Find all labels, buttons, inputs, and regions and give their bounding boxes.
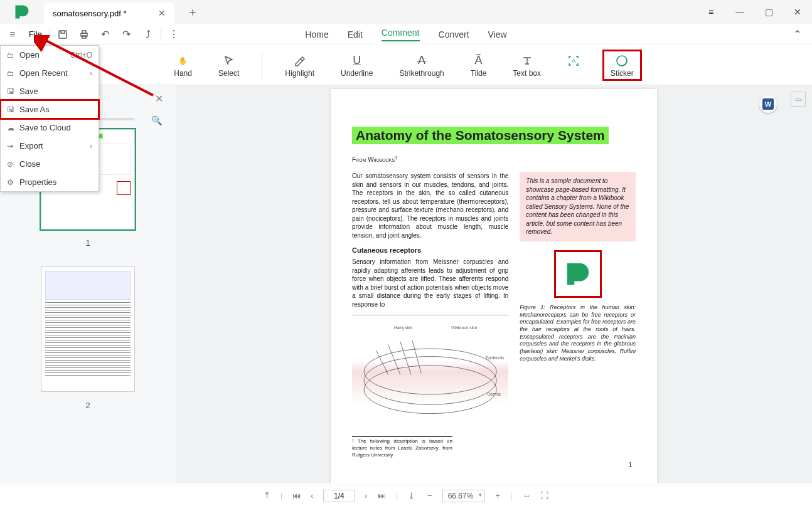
svg-point-7 — [364, 357, 496, 405]
annotation-arrow — [34, 35, 159, 104]
svg-text:Hairy skin: Hairy skin — [394, 326, 413, 331]
document-tab[interactable]: somatosensory.pdf * ✕ — [44, 3, 174, 24]
underline-icon: U — [353, 53, 361, 69]
close-window-button[interactable]: ✕ — [783, 0, 812, 24]
app-logo — [0, 0, 44, 24]
menu-label: Export — [19, 141, 43, 150]
svg-text:Dermis: Dermis — [488, 392, 501, 396]
close-icon: ⊘ — [7, 160, 19, 169]
first-page-icon[interactable]: ⏮ — [292, 491, 301, 500]
pdf-page: Anatomy of the Somatosensory System From… — [331, 89, 657, 483]
strikethrough-icon: A — [418, 53, 425, 69]
svg-text:Glabrous skin: Glabrous skin — [451, 326, 477, 330]
fit-page-icon[interactable]: ⛶ — [540, 491, 548, 500]
cloud-icon: ☁ — [7, 124, 19, 132]
cursor-icon — [223, 53, 235, 69]
skin-diagram: Hairy skinGlabrous skinEpidermisDermis — [352, 315, 508, 428]
thumbnail-label: 2 — [41, 401, 135, 410]
save-icon: 🖫 — [7, 87, 19, 96]
tool-highlight-label: Highlight — [285, 69, 314, 78]
collapse-ribbon-icon[interactable]: ⌃ — [788, 26, 806, 43]
document-tab-title: somatosensory.pdf * — [53, 9, 127, 18]
tool-strikethrough[interactable]: AStrikethrough — [395, 50, 447, 80]
folder-icon: 🗀 — [7, 69, 19, 78]
hand-icon: ✋ — [178, 53, 188, 69]
app-menu-icon[interactable]: ≡ — [697, 0, 725, 24]
textbox-icon — [521, 53, 533, 69]
inserted-sticker[interactable] — [554, 250, 602, 298]
tool-underline-label: Underline — [341, 69, 373, 78]
menu-label: Save to Cloud — [19, 123, 71, 132]
body-paragraph: Sensory information from Meissner corpus… — [352, 258, 508, 308]
menu-label: Close — [19, 159, 40, 169]
document-viewport[interactable]: W ▭ Anatomy of the Somatosensory System … — [176, 85, 812, 483]
page-title: Anatomy of the Somatosensory System — [352, 127, 609, 144]
tool-highlight[interactable]: Highlight — [281, 50, 318, 80]
tool-strikethrough-label: Strikethrough — [399, 69, 444, 78]
menu-properties[interactable]: ⚙Properties — [1, 173, 99, 191]
callout-box: This is a sample document to showcase pa… — [520, 172, 636, 241]
tool-underline[interactable]: UUnderline — [337, 50, 377, 80]
prev-page-icon[interactable]: ‹ — [311, 491, 313, 500]
subheading: Cutaneous receptors — [352, 246, 508, 255]
scan-text-icon: A — [567, 53, 580, 69]
menu-close[interactable]: ⊘Close — [1, 155, 99, 173]
tool-tilde[interactable]: ÃTilde — [467, 50, 491, 80]
thumbnail-label: 1 — [41, 238, 135, 248]
svg-text:Epidermis: Epidermis — [486, 356, 505, 361]
next-page-icon[interactable]: › — [365, 491, 367, 500]
toolbar-overflow-icon[interactable]: ⋮ — [165, 26, 183, 43]
thumbnail-page-2[interactable]: 2 — [41, 266, 135, 410]
tool-select[interactable]: Select — [215, 50, 243, 80]
tool-hand-label: Hand — [174, 69, 192, 78]
fit-width-icon[interactable]: ↔ — [522, 491, 530, 500]
menu-label: Save As — [19, 105, 50, 114]
zoom-in-icon[interactable]: + — [495, 491, 500, 500]
footnote: ¹ The following description is based on … — [352, 436, 452, 458]
page-input[interactable] — [323, 490, 355, 502]
maximize-button[interactable]: ▢ — [754, 0, 783, 24]
chevron-right-icon: › — [90, 141, 92, 150]
highlight-icon — [294, 53, 306, 69]
minimize-button[interactable]: — — [725, 0, 754, 24]
tool-textbox[interactable]: Text box — [509, 50, 545, 80]
gear-icon: ⚙ — [7, 178, 19, 187]
tool-hand[interactable]: ✋Hand — [170, 50, 196, 80]
tool-tilde-label: Tilde — [471, 69, 487, 78]
right-panel-toggle[interactable]: ▭ — [791, 92, 806, 107]
menu-label: Properties — [19, 177, 56, 187]
export-icon: ⇥ — [7, 142, 19, 150]
hamburger-icon[interactable]: ≡ — [4, 26, 21, 43]
tool-scan-text[interactable]: Ax — [564, 50, 584, 80]
svg-point-8 — [364, 349, 496, 394]
last-page-icon[interactable]: ⏭ — [378, 491, 386, 500]
folder-icon: 🗀 — [7, 51, 19, 60]
svg-line-13 — [43, 39, 153, 95]
tool-sticker-label: Sticker — [611, 69, 634, 78]
menu-save-cloud[interactable]: ☁Save to Cloud — [1, 119, 99, 137]
new-tab-button[interactable]: ＋ — [187, 4, 198, 19]
svg-point-6 — [364, 366, 496, 414]
tilde-icon: Ã — [475, 53, 483, 69]
zoom-out-icon[interactable]: − — [427, 491, 432, 500]
go-top-icon[interactable]: ⤒ — [264, 491, 270, 500]
tool-textbox-label: Text box — [513, 69, 541, 78]
close-tab-icon[interactable]: ✕ — [158, 8, 166, 18]
go-bottom-icon[interactable]: ⤓ — [408, 491, 415, 500]
page-source: From Wikibooks1 — [352, 155, 636, 163]
svg-rect-2 — [82, 31, 86, 33]
tool-select-label: Select — [218, 69, 239, 78]
menu-export[interactable]: ⇥Export› — [1, 137, 99, 155]
body-paragraph: Our somatosensory system consists of sen… — [352, 172, 508, 240]
status-bar: ⤒| ⏮ ‹ › ⏭ | ⤓ − 66.67% + | ↔ ⛶ — [0, 485, 812, 506]
figure-caption: Figure 1: Receptors in the human skin: M… — [520, 304, 636, 363]
svg-text:A: A — [572, 58, 575, 64]
tool-sticker[interactable]: Sticker — [602, 50, 642, 81]
page-number: 1 — [628, 461, 632, 468]
sticker-icon — [615, 53, 629, 69]
convert-to-word-badge[interactable]: W — [759, 95, 777, 113]
thumbnail-zoom-icon[interactable]: 🔍 — [151, 115, 162, 125]
save-as-icon: 🖫 — [7, 105, 19, 114]
zoom-dropdown[interactable]: 66.67% — [442, 490, 486, 502]
